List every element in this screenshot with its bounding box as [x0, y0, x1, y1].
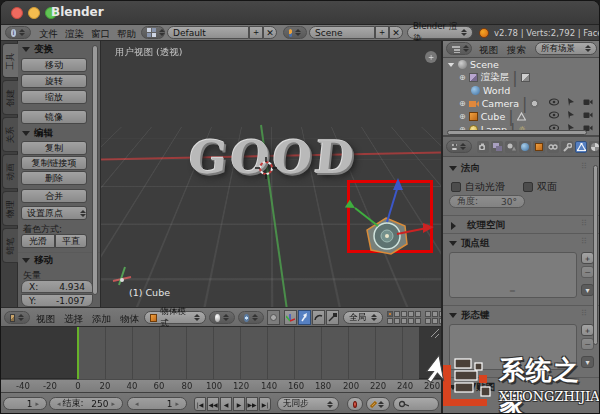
editor-type-outliner-button[interactable] [446, 42, 472, 55]
manipulator-rotate-button[interactable] [312, 310, 325, 325]
smooth-angle-field[interactable]: 角度: 30° [449, 195, 525, 208]
keying-set-selector[interactable] [366, 397, 390, 411]
jump-to-end-button[interactable]: ▶| [259, 397, 271, 411]
tool-shelf-scrollbar[interactable] [92, 45, 98, 295]
properties-scrollbar[interactable] [593, 165, 598, 345]
delete-layout-button[interactable]: ✕ [263, 26, 277, 39]
editor-type-3dview-button[interactable] [4, 311, 30, 324]
join-button[interactable]: 合并 [21, 189, 87, 203]
panel-header-edit[interactable]: 编辑 [22, 127, 53, 140]
manipulator-axes-button[interactable] [284, 310, 297, 325]
render-layers-tab-icon[interactable] [491, 141, 503, 153]
move-x-field[interactable]: X: 4.934 [21, 280, 93, 293]
manipulator-translate-button[interactable] [298, 310, 311, 325]
auto-keyframe-button[interactable] [347, 397, 363, 411]
object-menu[interactable]: 物体 [120, 313, 139, 326]
delete-button[interactable]: 删除 [21, 171, 87, 185]
object-tab-icon[interactable] [533, 141, 545, 153]
tab-create[interactable]: 创建 [2, 80, 18, 115]
delete-scene-button[interactable]: ✕ [389, 26, 403, 39]
outliner-display-mode-selector[interactable]: 所有场景 [535, 42, 597, 55]
add-layout-button[interactable]: ＋ [249, 26, 263, 39]
add-menu[interactable]: 添加 [92, 313, 111, 326]
layout-name-field[interactable]: Default [167, 26, 249, 39]
jump-to-start-button[interactable]: |◀ [194, 397, 206, 411]
current-frame-field[interactable]: ◂ 1 ▸ [127, 397, 187, 410]
move-button[interactable]: 移动 [21, 58, 87, 72]
minimize-window-icon[interactable] [28, 7, 40, 19]
tab-animation[interactable]: 动画 [2, 154, 18, 189]
menu-help[interactable]: 帮助 [117, 28, 136, 41]
play-button[interactable]: ▶ [233, 397, 245, 411]
panel-header-move-operator[interactable]: 移动 [22, 254, 53, 267]
proportional-edit-icon[interactable] [267, 310, 280, 325]
auto-smooth-checkbox[interactable]: 自动光滑 [451, 180, 505, 194]
restriction-toggles-cube[interactable] [549, 111, 593, 119]
outliner-row-world[interactable]: World [471, 84, 510, 97]
outliner-view-menu[interactable]: 视图 [479, 44, 498, 57]
object-data-tab-icon[interactable] [575, 141, 587, 153]
editor-type-properties-button[interactable] [446, 140, 472, 153]
resize-grip-icon[interactable] [427, 329, 439, 341]
transform-orientation-selector[interactable]: 全局 [343, 311, 383, 324]
set-origin-dropdown[interactable]: 设置原点 [21, 206, 87, 220]
timeline-tracks[interactable] [1, 327, 441, 379]
world-tab-icon[interactable] [519, 141, 531, 153]
constraints-tab-icon[interactable] [547, 141, 559, 153]
view-menu[interactable]: 视图 [36, 313, 55, 326]
rotate-button[interactable]: 旋转 [21, 74, 87, 88]
panel-header-vertex-groups[interactable]: 顶点组 [449, 237, 490, 250]
menu-window[interactable]: 窗口 [91, 28, 110, 41]
outliner-row-cube[interactable]: ⊕ Cube | [459, 110, 526, 123]
next-keyframe-button[interactable]: ▶▶ [246, 397, 258, 411]
play-reverse-button[interactable]: ◀ [220, 397, 232, 411]
layers-widget-group1[interactable] [387, 311, 421, 324]
sync-mode-selector[interactable]: 无同步 [277, 397, 339, 411]
outliner-row-scene[interactable]: Scene [447, 58, 499, 71]
end-frame-field[interactable]: ◂ 结束: 250 ▸ [49, 397, 123, 410]
keying-insert-field[interactable] [393, 397, 439, 411]
menu-render[interactable]: 渲染 [65, 28, 84, 41]
screen-layout-selector[interactable] [141, 26, 165, 39]
vertex-groups-list[interactable]: ═ [449, 252, 577, 298]
3d-viewport[interactable]: GOOD 用户视图 (透视) (1) Cube [101, 41, 441, 307]
double-sided-checkbox[interactable]: 双面 [523, 180, 557, 194]
render-engine-selector[interactable]: Blender 渲染 [407, 26, 473, 39]
duplicate-linked-button[interactable]: 复制链接项 [21, 156, 87, 170]
scale-button[interactable]: 缩放 [21, 90, 87, 104]
scene-tab-icon[interactable] [505, 141, 517, 153]
move-y-field[interactable]: Y: -1.097 [21, 294, 93, 307]
outliner-row-camera[interactable]: ⊕ Camera | [459, 97, 539, 110]
shade-smooth-button[interactable]: 光滑 [21, 234, 55, 248]
scene-name-field[interactable]: Scene [309, 26, 375, 39]
tab-relations[interactable]: 关系 [2, 117, 18, 152]
render-tab-icon[interactable] [477, 141, 489, 153]
panel-header-shape-keys[interactable]: 形态键 [449, 309, 490, 322]
panel-header-texture-space[interactable]: 纹理空间 [449, 219, 505, 232]
menu-file[interactable]: 文件 [39, 28, 58, 41]
selected-object-gizmo[interactable] [331, 166, 441, 266]
tab-tools[interactable]: 工具 [2, 43, 18, 78]
prev-keyframe-button[interactable]: ◀◀ [207, 397, 219, 411]
add-scene-button[interactable]: ＋ [375, 26, 389, 39]
shade-flat-button[interactable]: 平直 [55, 234, 87, 248]
duplicate-button[interactable]: 复制 [21, 141, 87, 155]
viewport-shading-selector[interactable] [209, 311, 235, 324]
mode-selector[interactable]: 物体模式 [144, 311, 206, 324]
manipulator-scale-button[interactable] [326, 310, 339, 325]
modifiers-tab-icon[interactable] [561, 141, 573, 153]
timeline-playhead[interactable] [77, 327, 79, 379]
outliner-search-menu[interactable]: 搜索 [507, 44, 526, 57]
panel-header-transform[interactable]: 变换 [22, 43, 53, 56]
timeline-ruler[interactable]: -40 -20 0 20 40 60 80 100 120 140 160 18… [1, 379, 441, 392]
panel-header-normals[interactable]: 法向 [449, 162, 480, 175]
pivot-point-selector[interactable] [238, 311, 264, 324]
start-frame-field[interactable]: 1 ▸ [3, 397, 47, 410]
expand-properties-icon[interactable]: ＋ [425, 51, 437, 63]
close-window-icon[interactable] [11, 7, 23, 19]
tab-physics[interactable]: 物理 [2, 191, 18, 226]
restriction-toggles-camera[interactable] [549, 98, 593, 106]
tab-grease-pencil[interactable]: 蜡笔 [2, 228, 18, 263]
material-tab-icon[interactable] [589, 141, 600, 153]
outliner-row-render-layers[interactable]: ⊕ 渲染层 | [459, 71, 530, 84]
